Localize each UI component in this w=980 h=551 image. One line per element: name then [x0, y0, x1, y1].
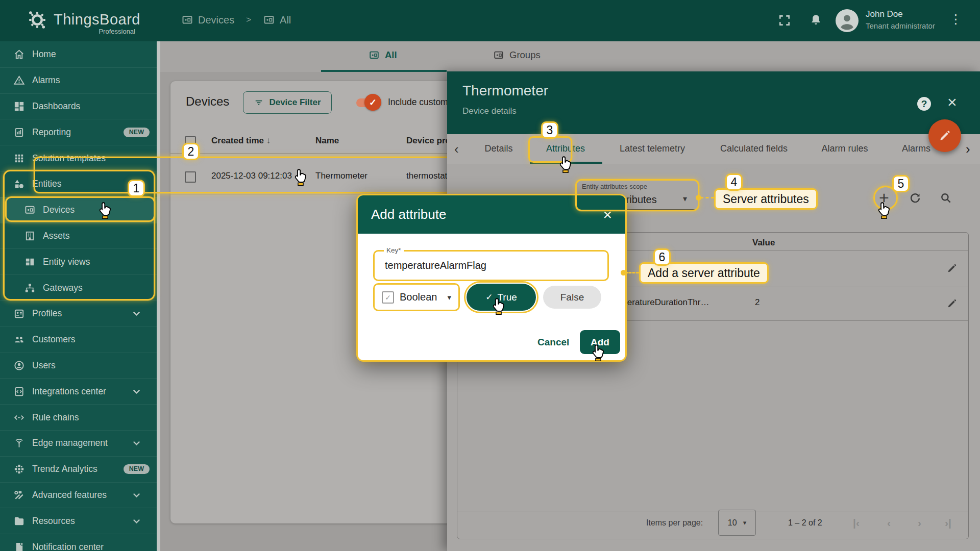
sidebar-item-label: Devices	[43, 205, 75, 215]
sidebar-item-label: Users	[32, 360, 56, 371]
cancel-button[interactable]: Cancel	[537, 337, 569, 348]
sidebar-item-label: Resources	[32, 516, 75, 527]
sidebar-item-devices[interactable]: Devices	[0, 197, 157, 223]
close-panel-icon[interactable]: ×	[947, 94, 957, 110]
sidebar-item-integrations-center[interactable]: Integrations center	[0, 378, 157, 404]
hand-cursor-attributes-tab	[558, 156, 573, 173]
sidebar-item-assets[interactable]: Assets	[0, 223, 157, 249]
column-name[interactable]: Name	[315, 136, 339, 146]
sidebar-item-dashboards[interactable]: Dashboards	[0, 93, 157, 119]
card-title: Devices	[186, 94, 229, 109]
sidebar-item-profiles[interactable]: Profiles	[0, 300, 157, 327]
key-input[interactable]: Key* temperatureAlarmFlag	[373, 250, 609, 281]
sidebar-item-customers[interactable]: Customers	[0, 327, 157, 353]
edit-attribute-pencil-icon[interactable]	[946, 298, 958, 309]
hand-cursor-plus-icon	[877, 202, 891, 219]
panel-tabstrip: ‹ Details Attributes Latest telemetry Ca…	[447, 134, 980, 164]
tab-details[interactable]: Details	[484, 143, 512, 154]
fullscreen-icon[interactable]	[778, 14, 791, 27]
scope-select-label: Entity attributes scope	[582, 183, 647, 190]
false-button-label: False	[560, 292, 584, 303]
sidebar-item-edge-management[interactable]: Edge management	[0, 430, 157, 456]
panel-header: Thermometer Device details ? ×	[447, 71, 980, 134]
chevron-down-icon	[131, 489, 142, 501]
include-customers-toggle-thumb[interactable]: ✓	[364, 94, 381, 111]
thingsboard-app: ThingsBoard Professional Devices > All J…	[0, 0, 980, 551]
breadcrumb-all[interactable]: All	[280, 14, 291, 26]
cell-created-time: 2025-12-03 09:12:03	[211, 171, 292, 181]
value-type-value: Boolean	[400, 291, 437, 303]
user-role: Tenant administrator	[866, 21, 935, 30]
sidebar-item-home[interactable]: Home	[0, 41, 157, 67]
hand-cursor-add-button	[591, 344, 605, 361]
edit-attribute-pencil-icon[interactable]	[946, 263, 958, 274]
page-size-select[interactable]: 10 ▾	[718, 510, 756, 536]
tab-latest-telemetry[interactable]: Latest telemetry	[620, 143, 685, 154]
tab-alarm-rules[interactable]: Alarm rules	[821, 143, 868, 154]
dropdown-icon: ▾	[447, 293, 451, 302]
entity-views-icon	[24, 256, 36, 268]
cell-attribute-value: 2	[755, 297, 760, 308]
value-type-select[interactable]: ✓ Boolean ▾	[373, 283, 460, 311]
sidebar-item-label: Solution templates	[32, 153, 106, 164]
integrations-icon	[13, 386, 25, 397]
tab-alarms[interactable]: Alarms	[902, 143, 930, 154]
sidebar-item-entity-views[interactable]: Entity views	[0, 248, 157, 274]
tabs-scroll-left-icon[interactable]: ‹	[454, 141, 459, 157]
sidebar-item-users[interactable]: Users	[0, 353, 157, 379]
assets-icon	[24, 230, 36, 242]
tab-calculated-fields[interactable]: Calculated fields	[720, 143, 788, 154]
customers-icon	[13, 334, 25, 345]
breadcrumb-devices[interactable]: Devices	[198, 14, 234, 26]
help-icon[interactable]: ?	[917, 97, 931, 111]
sidebar-scrollbar[interactable]	[157, 41, 160, 551]
sidebar-item-reporting[interactable]: ReportingNEW	[0, 119, 157, 145]
cell-device-profile: thermostat	[406, 171, 447, 181]
next-page-icon[interactable]: ›	[918, 517, 921, 529]
devices-icon	[24, 204, 36, 216]
connector-dash	[625, 272, 639, 273]
person-icon	[836, 9, 859, 32]
sidebar-item-alarms[interactable]: Alarms	[0, 67, 157, 93]
key-input-value: temperatureAlarmFlag	[385, 260, 486, 271]
column-created-time[interactable]: Created time ↓	[211, 136, 271, 146]
boolean-type-icon: ✓	[382, 291, 394, 304]
kebab-menu-icon[interactable]: ⋮	[949, 12, 962, 27]
sidebar-item-rule-chains[interactable]: Rule chains	[0, 404, 157, 430]
tab-all[interactable]: All	[369, 49, 397, 61]
brand-subtitle: Professional	[77, 28, 135, 35]
last-page-icon[interactable]: ›|	[945, 517, 951, 529]
sidebar-item-notification-center[interactable]: Notification center	[0, 534, 157, 551]
first-page-icon[interactable]: |‹	[853, 517, 860, 529]
tab-groups[interactable]: Groups	[493, 49, 541, 61]
new-badge: NEW	[124, 128, 150, 137]
tab-attributes[interactable]: Attributes	[546, 143, 585, 154]
panel-subtitle: Device details	[462, 106, 517, 116]
panel-title: Thermometer	[462, 83, 548, 99]
sidebar-item-solution-templates[interactable]: Solution templates	[0, 145, 157, 171]
device-filter-button[interactable]: Device Filter	[243, 91, 332, 114]
search-icon[interactable]	[939, 191, 952, 205]
sidebar-item-gateways[interactable]: Gateways	[0, 274, 157, 300]
sidebar-item-trendz-analytics[interactable]: Trendz AnalyticsNEW	[0, 456, 157, 482]
callout-badge-5: 5	[892, 175, 910, 192]
edit-fab-button[interactable]	[928, 119, 961, 152]
close-dialog-icon[interactable]: ×	[603, 207, 612, 222]
resources-icon	[13, 515, 25, 527]
avatar[interactable]	[836, 9, 859, 32]
sidebar-item-label: Home	[32, 49, 56, 60]
notifications-bell-icon[interactable]	[809, 13, 823, 27]
false-button[interactable]: False	[543, 286, 601, 309]
tabs-scroll-right-icon[interactable]: ›	[966, 141, 970, 157]
sidebar-item-advanced-features[interactable]: Advanced features	[0, 482, 157, 508]
callout-badge-1: 1	[128, 180, 145, 197]
previous-page-icon[interactable]: ‹	[887, 517, 891, 529]
refresh-icon[interactable]	[909, 191, 922, 205]
sidebar-item-resources[interactable]: Resources	[0, 508, 157, 534]
dialog-title: Add attribute	[371, 207, 446, 222]
connector-dash	[700, 197, 714, 198]
column-device-profile[interactable]: Device pro	[406, 136, 451, 146]
callout-badge-4: 4	[725, 173, 743, 191]
row-checkbox[interactable]	[185, 171, 196, 183]
sidebar-item-label: Edge management	[32, 438, 108, 448]
